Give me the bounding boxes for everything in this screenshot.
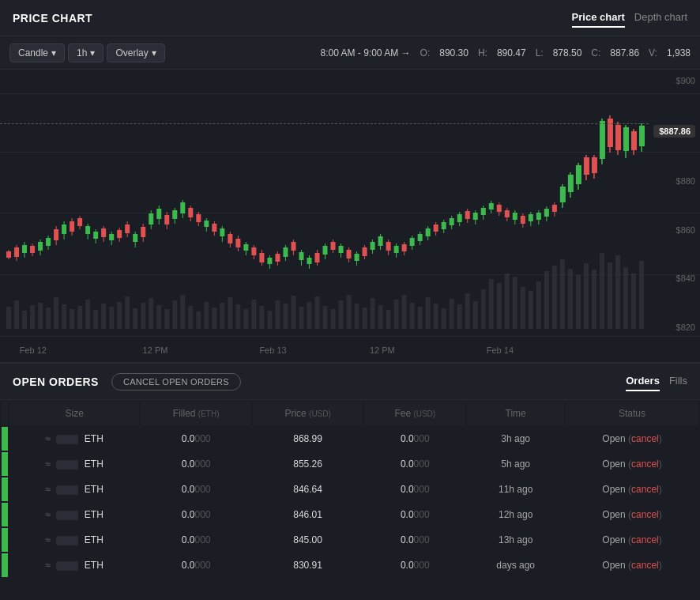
candlestick-svg bbox=[0, 70, 649, 338]
status-open: Open bbox=[602, 534, 625, 545]
price-cell: 830.91 bbox=[253, 553, 363, 577]
side-indicator bbox=[2, 503, 8, 526]
size-cell: ≈ ETH bbox=[9, 427, 139, 451]
svg-rect-140 bbox=[235, 239, 240, 247]
svg-rect-69 bbox=[552, 266, 557, 329]
cancel-link[interactable]: cancel bbox=[631, 534, 659, 545]
svg-rect-224 bbox=[568, 175, 574, 192]
status-close-paren: ) bbox=[659, 433, 662, 444]
tab-price-chart[interactable]: Price chart bbox=[572, 8, 625, 28]
cancel-link[interactable]: cancel bbox=[631, 458, 659, 470]
size-currency: ETH bbox=[85, 560, 103, 571]
table-header-row: Size Filled (ETH) Price (USD) Fee (USD) … bbox=[2, 402, 698, 425]
svg-rect-62 bbox=[497, 283, 502, 329]
chart-title: PRICE CHART bbox=[13, 12, 92, 25]
svg-rect-110 bbox=[117, 230, 122, 238]
tab-orders[interactable]: Orders bbox=[626, 372, 660, 391]
chart-canvas[interactable]: $900 $887.86 $880 $860 $840 $820 Feb 12 … bbox=[0, 70, 700, 362]
svg-rect-76 bbox=[608, 262, 612, 329]
fee-val: 0.0 bbox=[401, 433, 414, 444]
svg-rect-220 bbox=[552, 205, 557, 212]
svg-rect-24 bbox=[196, 311, 201, 329]
size-cell: ≈ ETH bbox=[9, 503, 139, 526]
svg-rect-10 bbox=[85, 300, 90, 329]
svg-rect-51 bbox=[410, 303, 415, 329]
svg-rect-86 bbox=[22, 245, 27, 253]
candlestick-area bbox=[0, 70, 649, 338]
price-cell: 846.01 bbox=[253, 503, 363, 526]
fee-dim: 000 bbox=[414, 484, 430, 495]
side-indicator bbox=[2, 452, 8, 476]
svg-rect-44 bbox=[355, 304, 359, 329]
cancel-link[interactable]: cancel bbox=[631, 433, 659, 444]
svg-rect-80 bbox=[639, 261, 644, 329]
svg-rect-25 bbox=[204, 302, 209, 329]
chart-area: $900 $887.86 $880 $860 $840 $820 Feb 12 … bbox=[0, 70, 700, 362]
svg-rect-35 bbox=[283, 304, 288, 329]
svg-rect-188 bbox=[426, 228, 431, 236]
svg-rect-14 bbox=[117, 302, 122, 329]
vol-value: 1,938 bbox=[667, 47, 691, 58]
svg-rect-92 bbox=[46, 238, 51, 246]
svg-rect-190 bbox=[434, 225, 438, 232]
size-approx: ≈ bbox=[46, 534, 51, 545]
svg-rect-61 bbox=[489, 279, 494, 329]
svg-rect-52 bbox=[418, 307, 423, 329]
svg-rect-29 bbox=[235, 304, 240, 329]
svg-rect-67 bbox=[536, 281, 541, 329]
fee-val: 0.0 bbox=[401, 534, 414, 545]
orders-title: OPEN ORDERS bbox=[13, 375, 99, 388]
svg-rect-98 bbox=[70, 221, 74, 232]
interval-button[interactable]: 1h ▾ bbox=[68, 43, 103, 62]
cancel-link[interactable]: cancel bbox=[631, 484, 659, 495]
svg-rect-23 bbox=[188, 306, 193, 329]
svg-rect-114 bbox=[133, 234, 137, 242]
svg-rect-152 bbox=[283, 247, 288, 257]
status-cell: Open (cancel) bbox=[566, 477, 698, 501]
price-cell: 845.00 bbox=[253, 528, 363, 552]
svg-rect-7 bbox=[62, 304, 66, 329]
svg-rect-198 bbox=[465, 211, 470, 219]
vol-label: V: bbox=[649, 47, 657, 58]
cancel-link[interactable]: cancel bbox=[631, 560, 659, 571]
price-label-820: $820 bbox=[653, 323, 695, 332]
orders-tab-group: Orders Fills bbox=[626, 372, 687, 391]
chart-header: PRICE CHART Price chart Depth chart bbox=[0, 0, 700, 36]
tab-depth-chart[interactable]: Depth chart bbox=[634, 8, 687, 28]
side-indicator bbox=[2, 553, 8, 577]
svg-rect-36 bbox=[291, 296, 295, 329]
size-cell: ≈ ETH bbox=[9, 528, 139, 552]
price-val: 855.26 bbox=[293, 458, 322, 470]
overlay-button[interactable]: Overlay ▾ bbox=[107, 43, 164, 62]
low-label: L: bbox=[536, 47, 544, 58]
svg-rect-194 bbox=[450, 218, 454, 225]
svg-rect-75 bbox=[600, 253, 604, 329]
svg-rect-27 bbox=[220, 303, 224, 329]
svg-rect-150 bbox=[275, 254, 280, 262]
svg-rect-148 bbox=[267, 258, 272, 264]
side-indicator bbox=[2, 427, 8, 451]
tab-fills[interactable]: Fills bbox=[669, 372, 687, 391]
svg-rect-216 bbox=[536, 213, 541, 220]
svg-rect-168 bbox=[347, 250, 352, 258]
svg-rect-84 bbox=[14, 247, 19, 257]
cancel-open-orders-button[interactable]: CANCEL OPEN ORDERS bbox=[111, 373, 241, 391]
cancel-link[interactable]: cancel bbox=[631, 509, 659, 520]
table-row: ≈ ETH 0.0000 845.00 0.0000 13h ago Open … bbox=[2, 528, 698, 552]
svg-rect-77 bbox=[615, 255, 620, 329]
svg-rect-6 bbox=[54, 297, 58, 329]
svg-rect-142 bbox=[243, 244, 248, 251]
filled-dim: 000 bbox=[194, 433, 210, 444]
svg-rect-22 bbox=[180, 295, 185, 329]
col-size: Size bbox=[9, 402, 139, 425]
svg-rect-38 bbox=[307, 302, 311, 329]
svg-rect-42 bbox=[339, 300, 344, 329]
size-currency: ETH bbox=[85, 534, 103, 545]
svg-rect-196 bbox=[457, 214, 462, 222]
svg-rect-48 bbox=[386, 310, 391, 329]
candle-type-button[interactable]: Candle ▾ bbox=[9, 43, 65, 62]
price-val: 845.00 bbox=[293, 534, 322, 545]
price-cell: 855.26 bbox=[253, 452, 363, 476]
size-approx: ≈ bbox=[46, 484, 51, 495]
time-range: 8:00 AM - 9:00 AM → bbox=[321, 47, 411, 58]
